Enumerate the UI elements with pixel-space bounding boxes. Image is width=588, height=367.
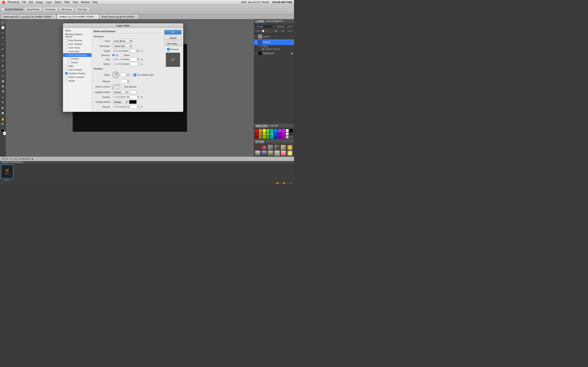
style-item-inner-shadow[interactable]: Inner Shadow <box>63 42 91 46</box>
menu-layer[interactable]: Layer <box>46 1 52 4</box>
layer-item-hobbit[interactable]: 👁 T HOBBIT fx <box>254 39 294 45</box>
shadow-opacity-slider[interactable] <box>113 106 129 108</box>
zoom-controls[interactable]: ⊞ <box>10 158 12 160</box>
size-input[interactable] <box>130 58 140 61</box>
tab-close-2[interactable]: × <box>135 16 136 18</box>
highlight-opacity-slider[interactable] <box>113 96 129 98</box>
anti-aliased-label[interactable]: Anti-aliased <box>121 85 136 88</box>
style-item-blending[interactable]: Blending Options: Default <box>63 33 91 39</box>
shadow-opacity-input[interactable] <box>130 105 140 109</box>
satin-checkbox[interactable] <box>65 65 68 67</box>
outer-glow-checkbox[interactable] <box>65 47 68 49</box>
highlight-opacity-input[interactable] <box>130 95 140 99</box>
style-item-pattern-overlay[interactable]: Pattern Overlay <box>63 75 91 79</box>
menu-view[interactable]: View <box>73 1 78 4</box>
play-anim-button[interactable]: ▶ <box>280 183 282 184</box>
tab-close-0[interactable]: × <box>53 16 54 18</box>
fill-input[interactable] <box>285 29 293 33</box>
style-cell-4[interactable] <box>281 145 286 150</box>
swatch-1[interactable] <box>259 129 262 132</box>
type-tool[interactable]: T <box>0 100 5 105</box>
swatch-12[interactable] <box>263 132 266 135</box>
apple-menu[interactable]: 🍎 <box>2 1 5 4</box>
style-cell-3[interactable] <box>274 145 280 150</box>
style-select[interactable]: Inner Bevel Outer Bevel Emboss Pillow Em… <box>112 39 132 43</box>
soften-input[interactable] <box>130 62 140 66</box>
swatch-16[interactable] <box>278 132 281 135</box>
stroke-checkbox[interactable] <box>65 80 68 82</box>
adjustments-tab[interactable]: ADJUSTMENTS <box>266 20 283 23</box>
style-cell-6[interactable] <box>255 150 260 156</box>
inner-shadow-checkbox[interactable] <box>65 43 68 45</box>
scroll-all-checkbox-label[interactable]: Scroll All Windows <box>2 8 23 11</box>
gradient-tool[interactable]: ▦ <box>0 78 5 83</box>
tab-0[interactable]: Middle-earth EP 1 1.psd @ 33.3% (HOBBIT,… <box>1 15 57 19</box>
menu-select[interactable]: Select <box>55 1 61 4</box>
swatch-23[interactable] <box>267 136 269 139</box>
foreground-color[interactable] <box>1 129 4 132</box>
lock-position-btn[interactable]: ↔ <box>270 30 273 33</box>
healing-tool[interactable]: ⊕ <box>0 53 5 58</box>
swatch-5[interactable] <box>274 129 277 132</box>
style-item-contour[interactable]: Contour <box>63 57 91 60</box>
swatch-7[interactable] <box>282 129 285 132</box>
menu-filter[interactable]: Filter <box>64 1 70 4</box>
direction-down-radio[interactable] <box>121 54 123 57</box>
eraser-tool[interactable]: ◻ <box>0 73 5 78</box>
fit-screen-button[interactable]: Fit Screen <box>43 7 58 12</box>
global-light-checkbox[interactable] <box>134 74 136 76</box>
crop-tool[interactable]: ⌗ <box>0 42 5 47</box>
brush-tool[interactable]: ✏ <box>0 58 5 63</box>
hand-tool[interactable]: ✋ <box>0 117 5 122</box>
inner-glow-checkbox[interactable] <box>65 50 68 53</box>
swatch-28[interactable] <box>286 136 289 139</box>
color-tab[interactable]: COLOR <box>270 125 278 127</box>
style-item-styles[interactable]: Styles <box>63 29 91 33</box>
fill-screen-button[interactable]: Fill Screen <box>59 7 74 12</box>
highlight-color-swatch[interactable] <box>129 90 137 94</box>
swatch-14[interactable] <box>270 132 273 135</box>
style-item-gradient-overlay[interactable]: Gradient Overlay <box>63 72 91 75</box>
swatch-9[interactable] <box>290 129 293 132</box>
style-item-drop-shadow[interactable]: Drop Shadow <box>63 39 91 42</box>
bevel-checkbox[interactable] <box>65 54 68 56</box>
size-slider[interactable] <box>113 59 129 60</box>
ok-button[interactable]: OK <box>164 30 182 34</box>
eyedropper-tool[interactable]: ✒ <box>0 47 5 52</box>
direction-up-radio[interactable] <box>112 54 115 57</box>
pattern-overlay-checkbox[interactable] <box>65 76 68 78</box>
style-cell-11[interactable] <box>287 150 293 156</box>
menu-window[interactable]: Window <box>81 1 90 4</box>
play-button[interactable]: ▶ <box>32 158 34 160</box>
style-cell-0[interactable] <box>255 145 260 150</box>
dodge-tool[interactable]: ◑ <box>0 89 5 94</box>
new-frame-button[interactable]: ➕ <box>286 183 290 184</box>
lasso-tool[interactable]: ⊂ <box>0 30 5 35</box>
delete-frame-button[interactable]: 🗑 <box>290 183 293 184</box>
opacity-input[interactable] <box>285 25 293 28</box>
style-cell-5[interactable] <box>287 145 293 150</box>
preview-checkbox[interactable] <box>167 48 170 50</box>
soften-slider[interactable] <box>113 63 129 65</box>
global-light-label[interactable]: Use Global Light <box>134 74 154 76</box>
style-cell-2[interactable] <box>268 145 273 150</box>
swatch-27[interactable] <box>282 136 285 139</box>
swatch-17[interactable] <box>282 132 285 135</box>
anti-aliased-checkbox[interactable] <box>121 85 124 88</box>
swatch-2[interactable] <box>263 129 266 132</box>
swatch-13[interactable] <box>267 132 269 135</box>
styles-tab[interactable]: STYLES <box>255 140 264 143</box>
swatch-0[interactable] <box>255 129 258 132</box>
swatch-18[interactable] <box>286 132 289 135</box>
style-item-satin[interactable]: Satin <box>63 64 91 68</box>
swatch-4[interactable] <box>270 129 273 132</box>
layer1-eye[interactable]: 👁 <box>255 35 257 38</box>
scroll-all-checkbox[interactable] <box>2 8 4 11</box>
style-item-stroke[interactable]: Stroke <box>63 79 91 83</box>
gradient-overlay-checkbox[interactable] <box>65 72 68 75</box>
move-tool[interactable]: ↖ <box>0 20 5 25</box>
highlight-mode-select[interactable]: Screen Multiply Normal <box>112 90 129 94</box>
layer-item-background[interactable]: 👁 Background 🔒 <box>254 50 294 56</box>
print-size-button[interactable]: Print Size <box>75 7 89 12</box>
tab-2[interactable]: Runes Texture.png @ 50% (RGB/8) × <box>99 15 138 19</box>
